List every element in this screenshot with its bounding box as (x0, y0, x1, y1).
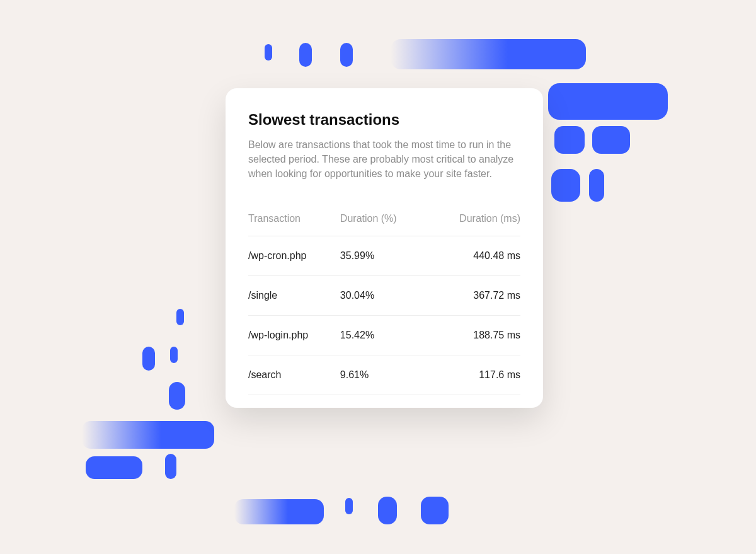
decor-shape (551, 169, 580, 202)
col-header-duration-ms: Duration (ms) (427, 207, 520, 236)
decor-shape (176, 309, 184, 325)
col-header-transaction: Transaction (248, 207, 340, 236)
decor-shape (86, 456, 142, 479)
cell-duration-ms: 188.75 ms (427, 315, 520, 355)
decor-shape (82, 421, 214, 449)
transactions-table: Transaction Duration (%) Duration (ms) /… (248, 207, 520, 395)
decor-shape (340, 43, 353, 67)
cell-duration-ms: 440.48 ms (427, 236, 520, 275)
card-title: Slowest transactions (248, 111, 520, 129)
cell-transaction: /wp-cron.php (248, 236, 340, 275)
card-description: Below are transactions that took the mos… (248, 137, 520, 182)
decor-shape (265, 44, 272, 61)
decor-shape (589, 169, 604, 202)
table-row[interactable]: /wp-login.php 15.42% 188.75 ms (248, 315, 520, 355)
decor-shape (391, 39, 586, 69)
table-row[interactable]: /search 9.61% 117.6 ms (248, 355, 520, 395)
cell-duration-ms: 367.72 ms (427, 275, 520, 315)
cell-transaction: /single (248, 275, 340, 315)
decor-shape (165, 454, 176, 479)
decor-shape (142, 347, 155, 371)
decor-shape (299, 43, 312, 67)
cell-duration-pct: 15.42% (340, 315, 427, 355)
decor-shape (169, 382, 185, 410)
table-header-row: Transaction Duration (%) Duration (ms) (248, 207, 520, 236)
decor-shape (554, 126, 585, 154)
table-row[interactable]: /wp-cron.php 35.99% 440.48 ms (248, 236, 520, 275)
cell-duration-pct: 35.99% (340, 236, 427, 275)
decor-shape (378, 497, 397, 524)
decor-shape (170, 347, 178, 363)
cell-transaction: /search (248, 355, 340, 395)
table-row[interactable]: /single 30.04% 367.72 ms (248, 275, 520, 315)
cell-duration-pct: 9.61% (340, 355, 427, 395)
slowest-transactions-card: Slowest transactions Below are transacti… (226, 88, 543, 408)
cell-transaction: /wp-login.php (248, 315, 340, 355)
decor-shape (234, 499, 324, 524)
decor-shape (421, 497, 449, 524)
cell-duration-ms: 117.6 ms (427, 355, 520, 395)
decor-shape (592, 126, 630, 154)
col-header-duration-pct: Duration (%) (340, 207, 427, 236)
cell-duration-pct: 30.04% (340, 275, 427, 315)
decor-shape (548, 83, 668, 120)
decor-shape (345, 498, 353, 514)
